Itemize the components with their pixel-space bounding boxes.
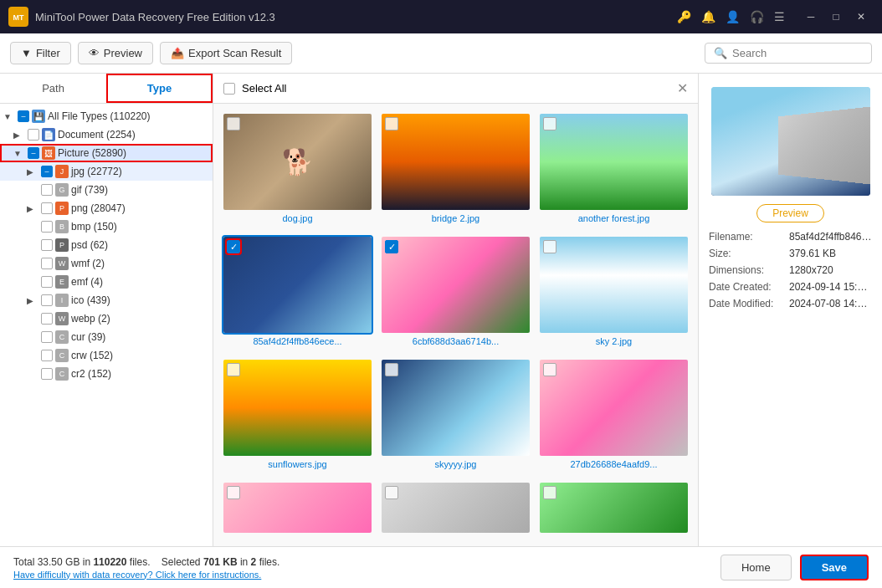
tree-item-wmf[interactable]: ▶ W wmf (2) bbox=[0, 254, 213, 273]
tree-check-gif[interactable] bbox=[41, 184, 53, 196]
tree-label-wmf: wmf (2) bbox=[71, 258, 105, 269]
image-checkbox-skyblue[interactable]: ✓ bbox=[227, 240, 240, 253]
thumbnail-sunflower[interactable] bbox=[223, 360, 372, 456]
app-title: MiniTool Power Data Recovery Free Editio… bbox=[35, 11, 670, 23]
tree-check-emf[interactable] bbox=[41, 276, 53, 288]
image-cell-skyblue: ✓ 85af4d2f4ffb846ece... bbox=[223, 237, 372, 350]
preview-button[interactable]: Preview bbox=[756, 204, 824, 222]
thumbnail-skyyyy[interactable] bbox=[382, 360, 530, 456]
tree-item-all[interactable]: ▼ – 💾 All File Types (110220) bbox=[0, 107, 213, 125]
close-button[interactable]: ✕ bbox=[849, 0, 874, 33]
filter-button[interactable]: ▼ Filter bbox=[10, 42, 71, 64]
thumbnail-dog[interactable]: 🐕 bbox=[223, 114, 372, 210]
image-checkbox-dog[interactable] bbox=[227, 117, 240, 130]
image-checkbox-bridge[interactable] bbox=[385, 117, 398, 130]
tree-icon-png: P bbox=[55, 202, 69, 215]
tree-item-bmp[interactable]: ▶ B bmp (150) bbox=[0, 217, 213, 236]
thumbnail-bridge[interactable] bbox=[382, 114, 530, 210]
image-label-forest: another forest.jpg bbox=[540, 213, 688, 223]
image-checkbox-sky2[interactable] bbox=[543, 240, 556, 253]
tree-check-psd[interactable] bbox=[41, 239, 53, 251]
tree-item-ico[interactable]: ▶ I ico (439) bbox=[0, 291, 213, 309]
file-info-filename: Filename: 85af4d2f4ffb846ece... bbox=[709, 231, 872, 243]
selected-files-label: files. bbox=[259, 556, 280, 568]
image-checkbox-rose[interactable]: ✓ bbox=[385, 240, 398, 253]
tree-item-webp[interactable]: ▶ W webp (2) bbox=[0, 309, 213, 328]
tree-item-psd[interactable]: ▶ P psd (62) bbox=[0, 236, 213, 254]
tree-check-crw[interactable] bbox=[41, 350, 53, 361]
minimize-button[interactable]: ─ bbox=[798, 0, 823, 33]
image-checkbox-sunflower[interactable] bbox=[227, 363, 240, 376]
tree-item-cur[interactable]: ▶ C cur (39) bbox=[0, 328, 213, 346]
tree-item-png[interactable]: ▶ P png (28047) bbox=[0, 199, 213, 217]
image-wrapper-partial1 bbox=[223, 483, 372, 533]
home-button[interactable]: Home bbox=[720, 555, 792, 580]
tab-path[interactable]: Path bbox=[0, 74, 106, 103]
image-checkbox-skyyyy[interactable] bbox=[385, 363, 398, 376]
tree-label-cr2: cr2 (152) bbox=[71, 368, 111, 380]
thumbnail-forest[interactable] bbox=[540, 114, 688, 210]
tree-label-pic: Picture (52890) bbox=[58, 147, 126, 159]
image-wrapper-dog: 🐕 bbox=[223, 114, 372, 210]
image-checkbox-partial3[interactable] bbox=[543, 486, 556, 499]
key-icon[interactable]: 🔑 bbox=[677, 10, 691, 23]
save-button[interactable]: Save bbox=[800, 555, 869, 580]
tree-check-all[interactable]: – bbox=[18, 110, 29, 122]
date-modified-label: Date Modified: bbox=[709, 298, 784, 309]
thumbnail-27db[interactable] bbox=[540, 360, 688, 456]
headphone-icon[interactable]: 🎧 bbox=[750, 10, 764, 23]
tree-check-png[interactable] bbox=[41, 202, 53, 214]
tree-item-jpg[interactable]: ▶ – J jpg (22772) bbox=[0, 162, 213, 181]
select-all-checkbox[interactable] bbox=[223, 83, 235, 95]
tab-type[interactable]: Type bbox=[106, 74, 213, 103]
total-text: Total 33.50 GB in bbox=[13, 556, 90, 568]
tree-check-doc[interactable] bbox=[28, 129, 39, 141]
tree-item-cr2[interactable]: ▶ C cr2 (152) bbox=[0, 365, 213, 383]
thumbnail-sky2[interactable] bbox=[540, 237, 688, 333]
filter-icon: ▼ bbox=[21, 47, 32, 59]
dimensions-label: Dimensions: bbox=[709, 264, 784, 276]
tree-check-webp[interactable] bbox=[41, 313, 53, 325]
bell-icon[interactable]: 🔔 bbox=[701, 10, 715, 23]
image-checkbox-partial2[interactable] bbox=[385, 486, 398, 499]
tree-check-ico[interactable] bbox=[41, 294, 53, 306]
selected-count: 2 bbox=[251, 556, 257, 568]
image-cell-partial1 bbox=[223, 483, 372, 536]
tree-item-gif[interactable]: ▶ G gif (739) bbox=[0, 181, 213, 199]
user-icon[interactable]: 👤 bbox=[726, 10, 740, 23]
thumbnail-partial1[interactable] bbox=[223, 483, 372, 533]
center-close-button[interactable]: ✕ bbox=[677, 80, 688, 96]
preview-toolbar-button[interactable]: 👁 Preview bbox=[78, 42, 153, 64]
tree-check-bmp[interactable] bbox=[41, 221, 53, 233]
tree-icon-pic: 🖼 bbox=[42, 146, 55, 160]
help-link[interactable]: Have difficulty with data recovery? Clic… bbox=[13, 570, 279, 580]
selected-size: 701 KB bbox=[203, 556, 238, 568]
maximize-button[interactable]: □ bbox=[823, 0, 849, 33]
menu-icon[interactable]: ☰ bbox=[774, 10, 785, 23]
image-checkbox-partial1[interactable] bbox=[227, 486, 240, 499]
thumbnail-partial2[interactable] bbox=[382, 483, 530, 533]
tree-icon-bmp: B bbox=[55, 220, 69, 233]
tree-item-doc[interactable]: ▶ 📄 Document (2254) bbox=[0, 125, 213, 144]
tree-check-pic[interactable]: – bbox=[28, 147, 39, 159]
export-button[interactable]: 📤 Export Scan Result bbox=[160, 42, 292, 64]
thumbnail-partial3[interactable] bbox=[540, 483, 688, 533]
tree-item-emf[interactable]: ▶ E emf (4) bbox=[0, 273, 213, 291]
tree-check-cr2[interactable] bbox=[41, 368, 53, 380]
tree-icon-cr2: C bbox=[55, 367, 69, 381]
image-checkbox-27db[interactable] bbox=[543, 363, 556, 376]
filename-label: Filename: bbox=[709, 231, 784, 243]
tree-item-crw[interactable]: ▶ C crw (152) bbox=[0, 346, 213, 365]
tree-item-pic[interactable]: ▼ – 🖼 Picture (52890) bbox=[0, 144, 213, 162]
size-label: Size: bbox=[709, 248, 784, 259]
tree-check-wmf[interactable] bbox=[41, 258, 53, 269]
thumbnail-skyblue[interactable] bbox=[223, 237, 372, 333]
thumbnail-rose[interactable] bbox=[382, 237, 530, 333]
tree-check-jpg[interactable]: – bbox=[41, 166, 53, 177]
tree-check-cur[interactable] bbox=[41, 331, 53, 343]
size-value: 379.61 KB bbox=[789, 248, 872, 259]
image-checkbox-forest[interactable] bbox=[543, 117, 556, 130]
search-input[interactable] bbox=[732, 47, 863, 59]
statusbar: Total 33.50 GB in 110220 files. Selected… bbox=[0, 546, 882, 588]
preview-image-inner bbox=[711, 87, 870, 196]
